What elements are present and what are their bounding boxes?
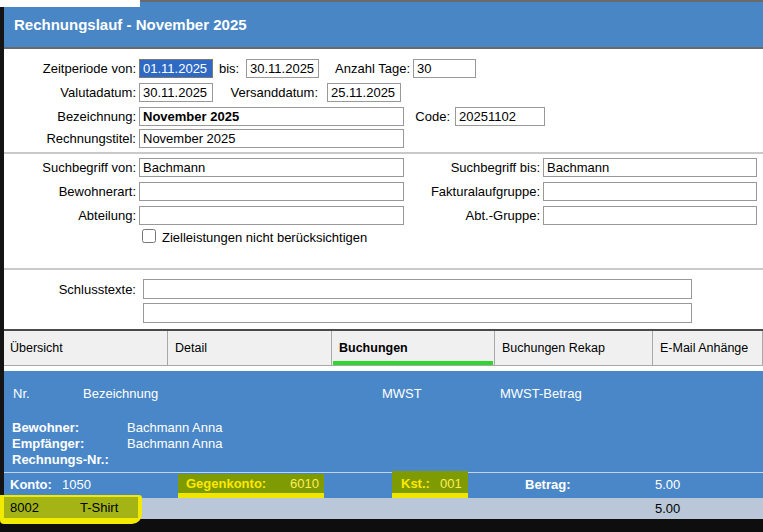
bewohner-value: Bachmann Anna xyxy=(127,420,222,435)
zeitperiode-von-label: Zeitperiode von: xyxy=(0,59,136,78)
rechnungstitel-input[interactable] xyxy=(139,129,404,148)
bezeichnung-label: Bezeichnung: xyxy=(0,107,136,126)
versanddatum-input[interactable] xyxy=(327,83,401,102)
bewohnerart-input[interactable] xyxy=(139,182,404,201)
betrag-value: 5.00 xyxy=(655,477,680,492)
bis-label: bis: xyxy=(219,59,247,78)
suchbegriff-von-input[interactable] xyxy=(139,158,404,177)
schlusstext-input-1[interactable] xyxy=(143,279,692,299)
code-label: Code: xyxy=(408,107,450,126)
row-highlight: 8002 T-Shirt xyxy=(4,497,138,518)
rechnungstitel-label: Rechnungstitel: xyxy=(0,129,136,148)
column-header-nr: Nr. xyxy=(13,386,30,401)
abteilung-label: Abteilung: xyxy=(0,206,136,225)
konto-label: Konto: xyxy=(10,477,52,492)
gegenkonto-highlight: Gegenkonto: 6010 xyxy=(178,474,324,498)
abteilung-input[interactable] xyxy=(139,206,404,225)
tab-detail[interactable]: Detail xyxy=(168,331,332,365)
booking-row-nr: 8002 xyxy=(10,500,39,515)
code-input[interactable] xyxy=(455,107,545,126)
suchbegriff-von-label: Suchbegriff von: xyxy=(0,158,136,177)
betrag-label: Betrag: xyxy=(525,477,571,492)
schlusstext-input-2[interactable] xyxy=(143,303,692,323)
anzahl-tage-input[interactable] xyxy=(413,59,476,78)
bewohner-label: Bewohner: xyxy=(12,420,79,435)
konto-row-separator xyxy=(4,472,763,473)
versanddatum-label: Versanddatum: xyxy=(218,83,318,102)
window-left-border xyxy=(0,7,4,519)
fakturalaufgruppe-input[interactable] xyxy=(543,182,757,201)
zielleistungen-label: Zielleistungen nicht berücksichtigen xyxy=(162,228,422,247)
booking-row-betrag: 5.00 xyxy=(655,501,680,516)
tab-uebersicht[interactable]: Übersicht xyxy=(3,331,168,365)
valutadatum-label: Valutadatum: xyxy=(0,83,136,102)
empfaenger-label: Empfänger: xyxy=(12,436,84,451)
bewohnerart-label: Bewohnerart: xyxy=(0,182,136,201)
gegenkonto-value: 6010 xyxy=(290,476,319,491)
zielleistungen-checkbox[interactable] xyxy=(142,229,156,243)
rechnungslauf-window: Rechnungslauf - November 2025 Zeitperiod… xyxy=(0,0,763,532)
suchbegriff-bis-label: Suchbegriff bis: xyxy=(420,158,540,177)
bezeichnung-input[interactable] xyxy=(139,107,404,126)
zeitperiode-von-input[interactable] xyxy=(139,59,213,78)
empfaenger-value: Bachmann Anna xyxy=(127,436,222,451)
abt-gruppe-label: Abt.-Gruppe: xyxy=(410,206,540,225)
kst-label: Kst.: xyxy=(401,476,430,491)
konto-value: 1050 xyxy=(62,477,91,492)
gegenkonto-label: Gegenkonto: xyxy=(186,476,266,491)
divider-2 xyxy=(3,268,763,270)
suchbegriff-bis-input[interactable] xyxy=(543,158,757,177)
tab-buchungen-rekap[interactable]: Buchungen Rekap xyxy=(495,331,653,365)
rechnungs-nr-label: Rechnungs-Nr.: xyxy=(12,452,109,467)
booking-row-bezeichnung: T-Shirt xyxy=(80,500,118,515)
active-tab-underline xyxy=(333,361,493,365)
anzahl-tage-label: Anzahl Tage: xyxy=(322,59,410,78)
fakturalaufgruppe-label: Fakturalaufgruppe: xyxy=(410,182,540,201)
schlusstexte-label: Schlusstexte: xyxy=(0,280,136,299)
column-header-mwst: MWST xyxy=(382,386,422,401)
divider-1 xyxy=(3,152,763,154)
window-title: Rechnungslauf - November 2025 xyxy=(0,0,763,49)
valutadatum-input[interactable] xyxy=(139,83,213,102)
column-header-bezeichnung: Bezeichnung xyxy=(83,386,158,401)
abt-gruppe-input[interactable] xyxy=(543,206,757,225)
column-header-mwst-betrag: MWST-Betrag xyxy=(500,386,582,401)
zeitperiode-bis-input[interactable] xyxy=(246,59,319,78)
corner-patch xyxy=(0,0,140,7)
tab-email-anhaenge[interactable]: E-Mail Anhänge xyxy=(653,331,763,365)
tab-buchungen[interactable]: Buchungen xyxy=(332,331,495,365)
kst-value: 001 xyxy=(440,476,462,491)
kst-highlight: Kst.: 001 xyxy=(392,471,468,498)
